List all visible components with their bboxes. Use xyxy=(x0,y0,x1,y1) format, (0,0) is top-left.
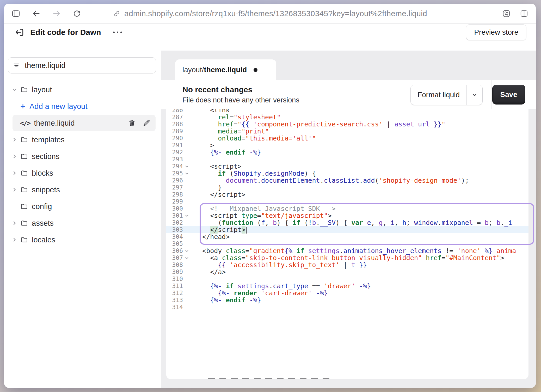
tab-theme-liquid[interactable]: layout/theme.liquid xyxy=(175,59,276,80)
chevron-right-icon[interactable] xyxy=(12,170,17,176)
code-line[interactable]: 295 if (Shopify.designMode) { xyxy=(166,170,528,177)
fold-chevron-icon xyxy=(185,256,189,260)
code-line[interactable]: 308 {{ 'accessibility.skip_to_text' | t … xyxy=(166,261,528,268)
code-line[interactable]: 312 {%- render 'cart-drawer' -%} xyxy=(166,290,528,297)
code-line[interactable]: 304 </head> xyxy=(166,233,528,240)
folder-icon xyxy=(20,219,28,227)
code-line[interactable]: 292 {%- endif -%} xyxy=(166,149,528,156)
code-line[interactable]: 298 </script> xyxy=(166,191,528,198)
code-line[interactable]: 301 <script type="text/javascript"> xyxy=(166,212,528,219)
line-number: 294 xyxy=(166,163,183,170)
line-number: 300 xyxy=(166,205,183,212)
chevron-right-icon[interactable] xyxy=(12,237,17,243)
line-number: 290 xyxy=(166,135,183,142)
sidebar-item-config[interactable]: config xyxy=(4,198,161,215)
format-liquid-button[interactable]: Format liquid xyxy=(410,85,483,105)
sidebar-toggle-icon[interactable] xyxy=(11,9,20,18)
line-number: 306 xyxy=(166,247,183,254)
chevron-right-icon[interactable] xyxy=(12,187,17,193)
fold-toggle xyxy=(183,177,191,184)
fold-toggle[interactable] xyxy=(183,254,191,261)
sidebar-item-locales[interactable]: locales xyxy=(4,231,161,248)
clipped-line-sliver xyxy=(208,378,330,379)
sidebar-item-label: snippets xyxy=(32,186,60,194)
back-button[interactable] xyxy=(32,9,41,18)
sidebar-item-templates[interactable]: templates xyxy=(4,131,161,148)
code-line[interactable]: 291 > xyxy=(166,142,528,149)
sidebar-item-sections[interactable]: sections xyxy=(4,148,161,165)
plus-icon xyxy=(20,103,26,109)
format-dropdown-toggle[interactable] xyxy=(466,85,482,105)
code-line[interactable]: 311 {%- if settings.cart_type == 'drawer… xyxy=(166,283,528,290)
code-editor[interactable]: 286 <link287 rel="stylesheet"288 href="{… xyxy=(166,109,528,379)
search-input[interactable] xyxy=(24,61,135,70)
chevron-right-icon[interactable] xyxy=(12,154,17,159)
more-actions-button[interactable] xyxy=(110,29,125,36)
line-number: 287 xyxy=(166,114,183,121)
url-text: admin.shopify.com/store/rzq1xu-f5/themes… xyxy=(124,9,427,18)
extensions-icon[interactable] xyxy=(502,9,511,18)
line-number: 299 xyxy=(166,198,183,205)
sidebar-item-label: locales xyxy=(32,236,55,244)
code-line[interactable]: 313 {%- endif -%} xyxy=(166,297,528,304)
sidebar-item-layout[interactable]: layout xyxy=(4,81,161,98)
code-line[interactable]: 309 </a> xyxy=(166,268,528,275)
fold-toggle[interactable] xyxy=(183,163,191,170)
delete-icon[interactable] xyxy=(128,119,136,127)
fold-toggle xyxy=(183,233,191,240)
fold-toggle xyxy=(183,121,191,128)
file-search-box[interactable] xyxy=(8,57,156,74)
fold-toggle xyxy=(183,114,191,121)
split-view-icon[interactable] xyxy=(520,9,528,18)
fold-toggle xyxy=(183,297,191,304)
chevron-right-icon[interactable] xyxy=(12,137,17,143)
code-line[interactable]: 300 <!-- Mixpanel Javascript SDK --> xyxy=(166,205,528,212)
sidebar-item-theme-liquid[interactable]: </>theme.liquid xyxy=(13,115,156,131)
code-line[interactable]: 287 rel="stylesheet" xyxy=(166,114,528,121)
reload-button[interactable] xyxy=(72,9,81,18)
exit-icon[interactable] xyxy=(15,27,24,37)
chevron-down-icon[interactable] xyxy=(12,87,17,93)
code-line[interactable]: 305 xyxy=(166,240,528,247)
code-line[interactable]: 288 href="{{ 'component-predictive-searc… xyxy=(166,121,528,128)
preview-store-button[interactable]: Preview store xyxy=(466,24,526,40)
sidebar-item-blocks[interactable]: blocks xyxy=(4,165,161,181)
fold-chevron-icon xyxy=(185,213,189,218)
code-line[interactable]: 303 </script> xyxy=(166,226,528,233)
code-line[interactable]: 302 (function (f, b) { if (!b.__SV) { va… xyxy=(166,219,528,226)
fold-toggle[interactable] xyxy=(183,247,191,254)
code-line[interactable]: 310 xyxy=(166,275,528,283)
code-line[interactable]: 293 xyxy=(166,156,528,163)
sidebar-item-snippets[interactable]: snippets xyxy=(4,181,161,198)
line-number: 286 xyxy=(166,109,183,114)
save-button[interactable]: Save xyxy=(492,85,525,105)
code-line[interactable]: 307 <a class="skip-to-content-link butto… xyxy=(166,254,528,261)
forward-button[interactable] xyxy=(52,9,61,18)
code-line[interactable]: 306 <body class="gradient{% if settings.… xyxy=(166,247,528,254)
address-bar[interactable]: admin.shopify.com/store/rzq1xu-f5/themes… xyxy=(113,9,427,18)
fold-toggle xyxy=(183,142,191,149)
chevron-placeholder xyxy=(12,204,17,209)
code-line[interactable]: 294 <script> xyxy=(166,163,528,170)
edit-icon[interactable] xyxy=(143,119,150,127)
sidebar-item-assets[interactable]: assets xyxy=(4,215,161,231)
fold-toggle[interactable] xyxy=(183,212,191,219)
fold-toggle[interactable] xyxy=(183,170,191,177)
changes-title: No recent changes xyxy=(182,85,536,94)
code-line[interactable]: 297 } xyxy=(166,184,528,191)
code-line[interactable]: 290 onload="this.media='all'" xyxy=(166,135,528,142)
line-number: 305 xyxy=(166,240,183,247)
chevron-right-icon[interactable] xyxy=(12,220,17,226)
line-number: 304 xyxy=(166,233,183,240)
code-line[interactable]: 289 media="print" xyxy=(166,128,528,135)
sidebar-item-label: assets xyxy=(32,219,54,228)
sidebar-item-add-a-new-layout[interactable]: Add a new layout xyxy=(4,98,161,115)
code-line[interactable]: 299 xyxy=(166,198,528,205)
fold-toggle xyxy=(183,184,191,191)
code-file-icon: </> xyxy=(20,119,30,127)
code-line[interactable]: 314 xyxy=(166,304,528,311)
tab-bar: layout/theme.liquid xyxy=(161,41,536,80)
code-line[interactable]: 296 document.documentElement.classList.a… xyxy=(166,177,528,184)
code-line[interactable]: 286 <link xyxy=(166,109,528,114)
fold-toggle xyxy=(183,135,191,142)
